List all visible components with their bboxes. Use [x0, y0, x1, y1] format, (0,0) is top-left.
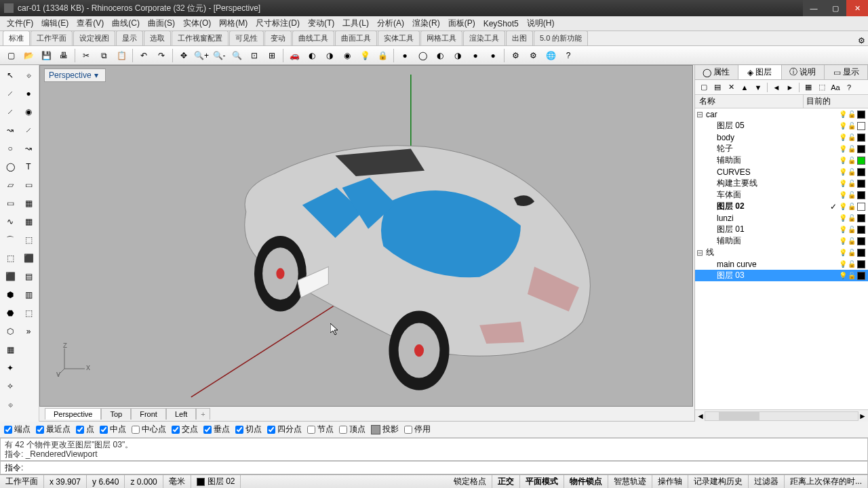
command-history[interactable]: 有 42 个物件更改至图层"图层 03"。指令: _RenderedViewpo…	[0, 438, 868, 461]
tool-button[interactable]: ◉	[20, 103, 37, 121]
menu-item[interactable]: 说明(H)	[523, 16, 559, 30]
toolbar-button[interactable]: ↷	[153, 47, 170, 64]
tool-tab[interactable]: 显示	[116, 30, 143, 45]
toolbar-button[interactable]: 🔍	[229, 47, 245, 64]
toolbar-button[interactable]: 🔍-	[211, 47, 227, 64]
menu-item[interactable]: 面板(P)	[444, 16, 479, 30]
osnap-item[interactable]: 顶点	[339, 424, 366, 435]
osnap-item[interactable]: 节点	[307, 424, 334, 435]
toolbar-button[interactable]: ◉	[339, 47, 355, 64]
status-toggle[interactable]: 距离上次保存的时...	[785, 475, 868, 488]
tool-tab[interactable]: 出图	[506, 30, 533, 45]
layer-tool-button[interactable]: ►	[784, 81, 796, 94]
tool-tab[interactable]: 可见性	[229, 30, 264, 45]
tool-button[interactable]: ⬡	[1, 323, 19, 340]
panel-tab[interactable]: ▭显示	[825, 65, 868, 79]
panel-tab[interactable]: ◈图层	[738, 65, 782, 79]
tool-tab[interactable]: 实体工具	[378, 30, 420, 45]
layer-row[interactable]: 车体面💡🔓	[695, 189, 868, 201]
tool-button[interactable]: »	[20, 323, 37, 340]
toolbar-button[interactable]: ◑	[450, 47, 466, 64]
tool-button[interactable]: ⟐	[20, 66, 37, 84]
layer-row[interactable]: 图层 02✓💡🔓	[695, 201, 868, 212]
menu-item[interactable]: KeyShot5	[479, 18, 523, 30]
tool-tab[interactable]: 曲线工具	[292, 30, 334, 45]
status-toggle[interactable]: 平面模式	[520, 475, 564, 488]
layer-row[interactable]: ⊟线💡🔓	[695, 247, 868, 258]
layer-tool-button[interactable]: ◄	[770, 81, 783, 94]
osnap-item[interactable]: 垂点	[203, 424, 230, 435]
tool-button[interactable]: ▦	[20, 195, 37, 212]
tool-tab[interactable]: 渲染工具	[463, 30, 505, 45]
tool-button[interactable]: ⟋	[20, 121, 37, 139]
status-y[interactable]: y 6.640	[87, 475, 125, 488]
tool-button[interactable]: ▤	[20, 268, 37, 285]
menu-item[interactable]: 网格(M)	[215, 16, 252, 30]
tool-button[interactable]: ✦	[1, 359, 19, 377]
menu-item[interactable]: 编辑(E)	[37, 16, 73, 30]
toolbar-button[interactable]: 📋	[113, 47, 130, 64]
layer-tool-button[interactable]: ✕	[725, 81, 737, 94]
tool-tab[interactable]: 变动	[264, 30, 292, 45]
toolbar-button[interactable]: ▢	[3, 47, 19, 64]
layer-row[interactable]: 图层 05💡🔓	[695, 120, 868, 131]
status-toggle[interactable]: 智慧轨迹	[608, 475, 652, 488]
layer-row[interactable]: 图层 03💡🔓	[695, 270, 868, 281]
add-view-tab[interactable]: +	[196, 408, 210, 420]
layer-row[interactable]: CURVES💡🔓	[695, 166, 868, 178]
menu-item[interactable]: 变动(T)	[304, 16, 338, 30]
toolbar-button[interactable]: 💡	[357, 47, 373, 64]
toolbar-button[interactable]: ?	[560, 47, 576, 64]
menu-item[interactable]: 尺寸标注(D)	[252, 16, 304, 30]
layer-tool-button[interactable]: ▲	[738, 81, 751, 94]
tool-button[interactable]: ⬚	[20, 304, 37, 322]
layer-row[interactable]: 辅助面💡🔓	[695, 155, 868, 166]
tool-button[interactable]: ○	[1, 140, 19, 157]
status-toggle[interactable]: 锁定格点	[448, 475, 492, 488]
panel-tab[interactable]: ◯属性	[695, 65, 738, 79]
toolbar-button[interactable]: ⧉	[96, 47, 112, 64]
toolbar-button[interactable]: 🔍+	[193, 47, 210, 64]
layer-tool-button[interactable]: ⬚	[816, 81, 828, 94]
tool-button[interactable]: ▱	[1, 176, 19, 194]
layer-row[interactable]: 图层 01💡🔓	[695, 224, 868, 235]
status-z[interactable]: z 0.000	[125, 475, 163, 488]
toolbar-button[interactable]: ⚙	[525, 47, 541, 64]
toolbar-button[interactable]: ◐	[432, 47, 448, 64]
gear-icon[interactable]: ⚙	[858, 36, 865, 45]
layer-row[interactable]: 构建主要线💡🔓	[695, 178, 868, 189]
layer-tool-button[interactable]: ▢	[698, 81, 710, 94]
tool-tab[interactable]: 5.0 的新功能	[534, 30, 588, 45]
toolbar-button[interactable]: ⊡	[246, 47, 262, 64]
osnap-item[interactable]: 投影	[371, 424, 399, 435]
toolbar-button[interactable]: ↶	[136, 47, 152, 64]
toolbar-button[interactable]: 🚗	[286, 47, 302, 64]
layer-tool-button[interactable]: ▼	[752, 81, 764, 94]
tool-button[interactable]: ⟋	[1, 85, 19, 102]
col-current[interactable]: 目前的	[804, 95, 868, 108]
tool-button[interactable]: ▦	[1, 341, 19, 359]
tool-button[interactable]: ∿	[1, 213, 19, 230]
status-unit[interactable]: 毫米	[163, 475, 191, 488]
tool-button[interactable]: ⌒	[1, 231, 19, 249]
toolbar-button[interactable]: ✥	[176, 47, 192, 64]
toolbar-button[interactable]: ⊞	[264, 47, 280, 64]
status-toggle[interactable]: 操作轴	[652, 475, 688, 488]
tool-button[interactable]: ▦	[20, 213, 37, 230]
tool-button[interactable]: ⬚	[1, 249, 19, 267]
tool-button[interactable]: T	[20, 158, 37, 176]
status-toggle[interactable]: 物件锁点	[564, 475, 608, 488]
h-scrollbar[interactable]: ◄ ►	[695, 409, 868, 422]
status-toggle[interactable]: 正交	[492, 475, 520, 488]
tool-tab[interactable]: 网格工具	[420, 30, 462, 45]
status-plane[interactable]: 工作平面	[0, 475, 44, 488]
layer-row[interactable]: lunzi💡🔓	[695, 212, 868, 224]
toolbar-button[interactable]: 📂	[20, 47, 37, 64]
toolbar-button[interactable]: ✂	[78, 47, 94, 64]
tool-button[interactable]: ▭	[1, 195, 19, 212]
toolbar-button[interactable]: 💾	[38, 47, 54, 64]
tool-button[interactable]: ⬢	[1, 286, 19, 304]
status-toggle[interactable]: 记录建构历史	[688, 475, 749, 488]
tool-button[interactable]: ⟋	[1, 103, 19, 121]
status-x[interactable]: x 39.907	[44, 475, 87, 488]
